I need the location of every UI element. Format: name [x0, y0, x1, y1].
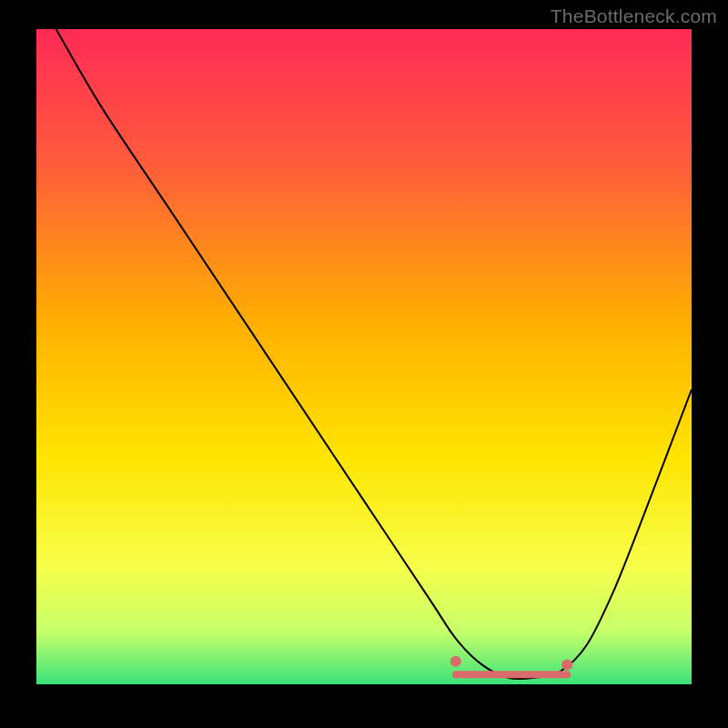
bottleneck-chart — [36, 29, 692, 684]
marker-dot — [450, 656, 461, 667]
marker-dot — [561, 659, 572, 670]
watermark-label: TheBottleneck.com — [551, 5, 717, 27]
gradient-background — [36, 29, 692, 684]
plot-area — [36, 29, 692, 684]
chart-frame: TheBottleneck.com — [0, 0, 728, 728]
